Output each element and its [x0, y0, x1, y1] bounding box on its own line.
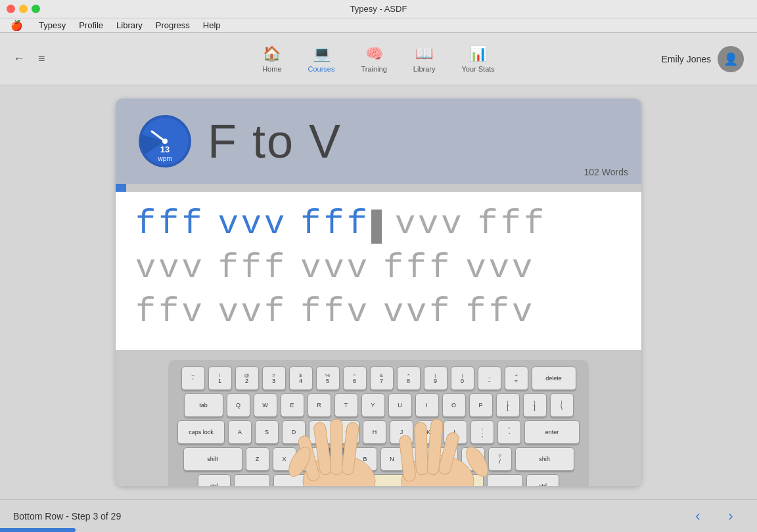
key-a[interactable]: A: [228, 420, 252, 444]
key-period[interactable]: >.: [461, 447, 485, 471]
key-semicolon[interactable]: :;: [470, 420, 494, 444]
nav-training-label: Training: [361, 65, 386, 73]
key-row-3: caps lock A S D F G H J K L :; "' enter: [175, 420, 582, 444]
key-lshift[interactable]: shift: [183, 447, 242, 471]
key-lctrl[interactable]: ctrl: [198, 474, 231, 486]
key-t[interactable]: T: [334, 393, 358, 417]
menu-help[interactable]: Help: [198, 19, 226, 32]
key-z[interactable]: Z: [246, 447, 269, 471]
key-u[interactable]: U: [388, 393, 412, 417]
key-m[interactable]: M: [407, 447, 431, 471]
word-2-4: fff: [383, 249, 453, 288]
key-k[interactable]: K: [417, 420, 440, 444]
key-b[interactable]: B: [354, 447, 377, 471]
word-3-2: vvf: [218, 293, 288, 332]
key-3[interactable]: #3: [262, 366, 286, 390]
apple-menu[interactable]: 🍎: [5, 18, 28, 33]
key-2[interactable]: @2: [235, 366, 259, 390]
word-2-3: vvv: [300, 249, 370, 288]
key-0[interactable]: )0: [451, 366, 474, 390]
key-backtick[interactable]: ~`: [181, 366, 205, 390]
key-enter[interactable]: enter: [524, 420, 580, 444]
key-6[interactable]: ^6: [343, 366, 367, 390]
menu-library[interactable]: Library: [111, 19, 148, 32]
key-i[interactable]: I: [415, 393, 439, 417]
word-1-4: vvv: [395, 205, 465, 244]
key-h[interactable]: H: [363, 420, 386, 444]
key-f[interactable]: F: [309, 420, 333, 444]
key-9[interactable]: (9: [424, 366, 447, 390]
key-lbracket[interactable]: {[: [496, 393, 520, 417]
nav-courses[interactable]: 💻 Courses: [308, 45, 335, 73]
key-quote[interactable]: "': [497, 420, 521, 444]
library-icon: 📖: [415, 45, 433, 62]
word-1-5: fff: [478, 205, 547, 244]
word-1-1: fff: [135, 205, 205, 244]
back-button[interactable]: ←: [13, 52, 25, 66]
key-minus[interactable]: _-: [478, 366, 501, 390]
nav-stats[interactable]: 📊 Your Stats: [461, 45, 494, 73]
key-lopt[interactable]: [234, 474, 270, 486]
wpm-text: 13 wpm: [158, 144, 172, 163]
key-1[interactable]: !1: [208, 366, 232, 390]
nav-training[interactable]: 🧠 Training: [361, 45, 386, 73]
key-g[interactable]: G: [336, 420, 359, 444]
user-name: Emily Jones: [662, 54, 711, 64]
next-button[interactable]: ›: [718, 503, 744, 529]
avatar[interactable]: 👤: [718, 46, 744, 72]
key-tab[interactable]: tab: [184, 393, 223, 417]
word-3-4: vvf: [383, 293, 453, 332]
key-w[interactable]: W: [254, 393, 277, 417]
key-v[interactable]: V: [327, 447, 350, 471]
key-l[interactable]: L: [444, 420, 467, 444]
close-button[interactable]: [7, 5, 15, 13]
key-y[interactable]: Y: [361, 393, 385, 417]
key-x[interactable]: X: [273, 447, 296, 471]
nav-library[interactable]: 📖 Library: [413, 45, 436, 73]
key-q[interactable]: Q: [227, 393, 250, 417]
menu-profile[interactable]: Profile: [74, 19, 108, 32]
key-j[interactable]: J: [390, 420, 413, 444]
menu-progress[interactable]: Progress: [150, 19, 195, 32]
key-rbracket[interactable]: }]: [523, 393, 547, 417]
key-lcmd[interactable]: [273, 474, 310, 486]
key-e[interactable]: E: [281, 393, 304, 417]
word-3-3: ffv: [300, 293, 370, 332]
key-backslash[interactable]: |\: [550, 393, 574, 417]
lesson-progress-bar: [116, 184, 641, 192]
key-c[interactable]: C: [300, 447, 323, 471]
bottom-bar: Bottom Row - Step 3 of 29 ‹ ›: [0, 499, 757, 532]
nav-home-label: Home: [262, 65, 281, 73]
key-d[interactable]: D: [282, 420, 306, 444]
key-s[interactable]: S: [255, 420, 279, 444]
nav-home[interactable]: 🏠 Home: [262, 45, 281, 73]
key-space[interactable]: [313, 474, 484, 486]
key-caps[interactable]: caps lock: [177, 420, 225, 444]
menu-button[interactable]: ≡: [38, 52, 45, 66]
menu-typesy[interactable]: Typesy: [34, 19, 71, 32]
key-rcmd[interactable]: [487, 474, 523, 486]
key-slash[interactable]: ?/: [488, 447, 512, 471]
key-rshift[interactable]: shift: [515, 447, 574, 471]
key-n[interactable]: N: [380, 447, 404, 471]
maximize-button[interactable]: [32, 5, 40, 13]
keyboard: ~` !1 @2 #3 $4 %5 ^6 &7 *8 (9 )0 _- += d…: [168, 360, 589, 486]
toolbar-left: ← ≡: [13, 52, 45, 66]
key-8[interactable]: *8: [397, 366, 421, 390]
minimize-button[interactable]: [19, 5, 28, 13]
window-controls: [7, 5, 40, 13]
key-equals[interactable]: +=: [505, 366, 528, 390]
key-5[interactable]: %5: [316, 366, 340, 390]
key-7[interactable]: &7: [370, 366, 394, 390]
typing-area[interactable]: fff vvv fff vvv fff vvv fff vvv fff vvv …: [116, 192, 641, 350]
key-rctrl[interactable]: ctrl: [526, 474, 559, 486]
prev-button[interactable]: ‹: [685, 503, 711, 529]
key-4[interactable]: $4: [289, 366, 313, 390]
key-comma[interactable]: <,: [434, 447, 458, 471]
wpm-value: 13: [158, 144, 172, 155]
key-delete[interactable]: delete: [532, 366, 576, 390]
key-r[interactable]: R: [308, 393, 331, 417]
key-o[interactable]: O: [442, 393, 466, 417]
nav-courses-label: Courses: [308, 65, 335, 73]
key-p[interactable]: P: [469, 393, 493, 417]
